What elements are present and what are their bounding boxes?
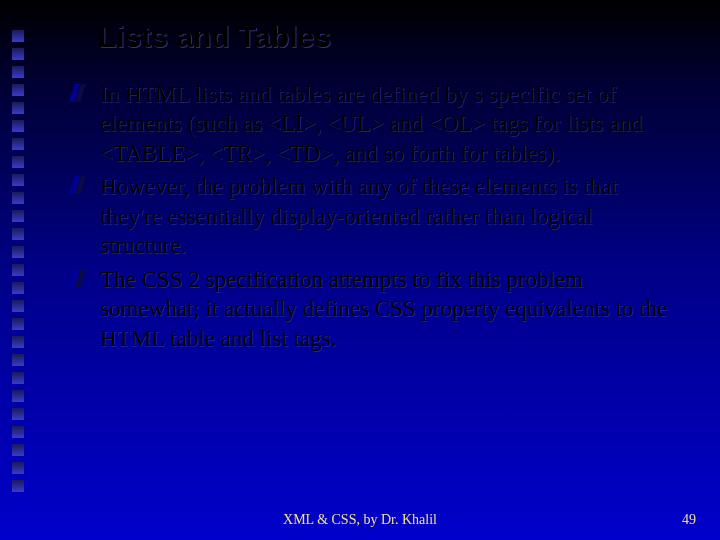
bullet-item: In HTML lists and tables are defined by … — [100, 80, 680, 168]
bullet-text: However, the problem with any of these e… — [100, 174, 618, 258]
slide-title: Lists and Tables — [98, 20, 680, 54]
bullet-item: However, the problem with any of these e… — [100, 172, 680, 260]
slide-content: Lists and Tables In HTML lists and table… — [0, 0, 720, 540]
bullet-text: The CSS 2 specification attempts to fix … — [100, 267, 667, 351]
page-number: 49 — [682, 512, 696, 528]
bullet-marker-icon — [72, 176, 86, 194]
bullet-text: In HTML lists and tables are defined by … — [100, 82, 642, 166]
bullet-item: The CSS 2 specification attempts to fix … — [100, 265, 680, 353]
bullet-marker-icon — [72, 84, 86, 102]
bullet-list: In HTML lists and tables are defined by … — [100, 80, 680, 353]
bullet-marker-icon — [72, 269, 86, 287]
footer: XML & CSS, by Dr. Khalil — [0, 512, 720, 528]
footer-text: XML & CSS, by Dr. Khalil — [283, 512, 437, 528]
